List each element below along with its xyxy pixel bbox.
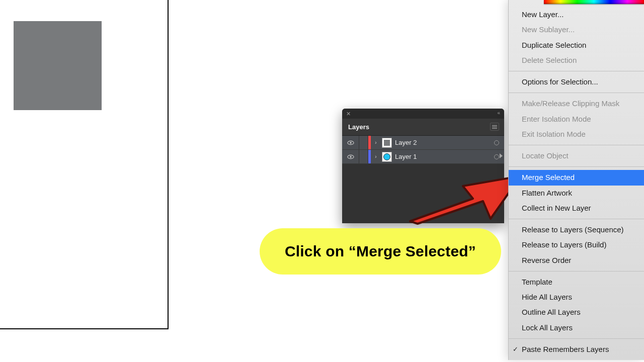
visibility-toggle[interactable] bbox=[342, 136, 359, 149]
target-ring-icon bbox=[494, 154, 499, 159]
lock-column[interactable] bbox=[359, 150, 368, 163]
menu-item-paste-remembers-layers[interactable]: ✓ Paste Remembers Layers bbox=[509, 342, 644, 357]
menu-item-collect-in-new-layer[interactable]: Collect in New Layer bbox=[509, 201, 644, 216]
menu-item-enter-isolation: Enter Isolation Mode bbox=[509, 112, 644, 127]
visibility-toggle[interactable] bbox=[342, 150, 359, 163]
panel-menu-button[interactable] bbox=[490, 123, 499, 131]
panel-topbar: ✕ « bbox=[342, 109, 504, 119]
menu-item-exit-isolation: Exit Isolation Mode bbox=[509, 127, 644, 142]
menu-item-reverse-order[interactable]: Reverse Order bbox=[509, 253, 644, 268]
layer-thumbnail[interactable] bbox=[382, 138, 392, 148]
chevron-right-icon: › bbox=[375, 140, 376, 145]
menu-item-merge-selected[interactable]: Merge Selected bbox=[509, 170, 644, 185]
layer-row[interactable]: › Layer 1 bbox=[342, 150, 504, 164]
layers-panel: ✕ « Layers › Layer 2 bbox=[342, 109, 504, 223]
eye-icon bbox=[347, 140, 354, 145]
layer-name[interactable]: Layer 2 bbox=[395, 139, 489, 146]
menu-section: Options for Selection... bbox=[509, 71, 644, 93]
menu-section: Merge Selected Flatten Artwork Collect i… bbox=[509, 167, 644, 219]
layer-row[interactable]: › Layer 2 bbox=[342, 136, 504, 150]
menu-item-clipping-mask: Make/Release Clipping Mask bbox=[509, 96, 644, 111]
svg-point-3 bbox=[350, 156, 352, 158]
layer-list: › Layer 2 › Layer 1 bbox=[342, 136, 504, 164]
menu-item-options-for-selection[interactable]: Options for Selection... bbox=[509, 74, 644, 89]
expand-toggle[interactable]: › bbox=[371, 154, 381, 159]
menu-item-release-sequence[interactable]: Release to Layers (Sequence) bbox=[509, 222, 644, 237]
layers-tab-label[interactable]: Layers bbox=[348, 123, 369, 131]
canvas-gray-rectangle[interactable] bbox=[14, 21, 102, 110]
target-column[interactable] bbox=[489, 140, 504, 145]
menu-item-hide-all-layers[interactable]: Hide All Layers bbox=[509, 290, 644, 305]
menu-item-label: Paste Remembers Layers bbox=[522, 345, 609, 353]
menu-item-duplicate-selection[interactable]: Duplicate Selection bbox=[509, 38, 644, 53]
menu-item-outline-all-layers[interactable]: Outline All Layers bbox=[509, 305, 644, 320]
color-spectrum-strip bbox=[544, 0, 644, 4]
panel-tab-bar: Layers bbox=[342, 119, 504, 136]
menu-item-new-layer[interactable]: New Layer... bbox=[509, 7, 644, 22]
target-ring-icon bbox=[494, 140, 499, 145]
instruction-callout: Click on “Merge Selected” bbox=[260, 228, 501, 275]
lock-column[interactable] bbox=[359, 136, 368, 149]
checkmark-icon: ✓ bbox=[513, 345, 518, 354]
menu-item-new-sublayer: New Sublayer... bbox=[509, 22, 644, 37]
callout-text: Click on “Merge Selected” bbox=[285, 243, 476, 260]
menu-section: Locate Object bbox=[509, 145, 644, 167]
collapse-icon[interactable]: « bbox=[497, 110, 500, 116]
menu-section: Release to Layers (Sequence) Release to … bbox=[509, 219, 644, 272]
menu-item-template[interactable]: Template bbox=[509, 275, 644, 290]
menu-section: ✓ Paste Remembers Layers bbox=[509, 339, 644, 360]
menu-item-locate-object: Locate Object bbox=[509, 148, 644, 163]
menu-section: Make/Release Clipping Mask Enter Isolati… bbox=[509, 93, 644, 145]
menu-item-flatten-artwork[interactable]: Flatten Artwork bbox=[509, 186, 644, 201]
close-icon[interactable]: ✕ bbox=[346, 111, 351, 117]
chevron-right-icon: › bbox=[375, 154, 376, 159]
menu-section: New Layer... New Sublayer... Duplicate S… bbox=[509, 4, 644, 71]
expand-toggle[interactable]: › bbox=[371, 140, 381, 145]
menu-item-release-build[interactable]: Release to Layers (Build) bbox=[509, 237, 644, 252]
menu-section: Template Hide All Layers Outline All Lay… bbox=[509, 272, 644, 339]
menu-item-lock-all-layers[interactable]: Lock All Layers bbox=[509, 320, 644, 335]
eye-icon bbox=[347, 154, 354, 159]
layer-thumbnail[interactable] bbox=[382, 152, 392, 162]
svg-point-1 bbox=[350, 142, 352, 144]
layer-name[interactable]: Layer 1 bbox=[395, 153, 489, 160]
layers-context-menu: New Layer... New Sublayer... Duplicate S… bbox=[508, 0, 644, 360]
menu-item-delete-selection: Delete Selection bbox=[509, 53, 644, 68]
selection-indicator-icon bbox=[500, 153, 503, 158]
artboard[interactable] bbox=[0, 0, 169, 329]
